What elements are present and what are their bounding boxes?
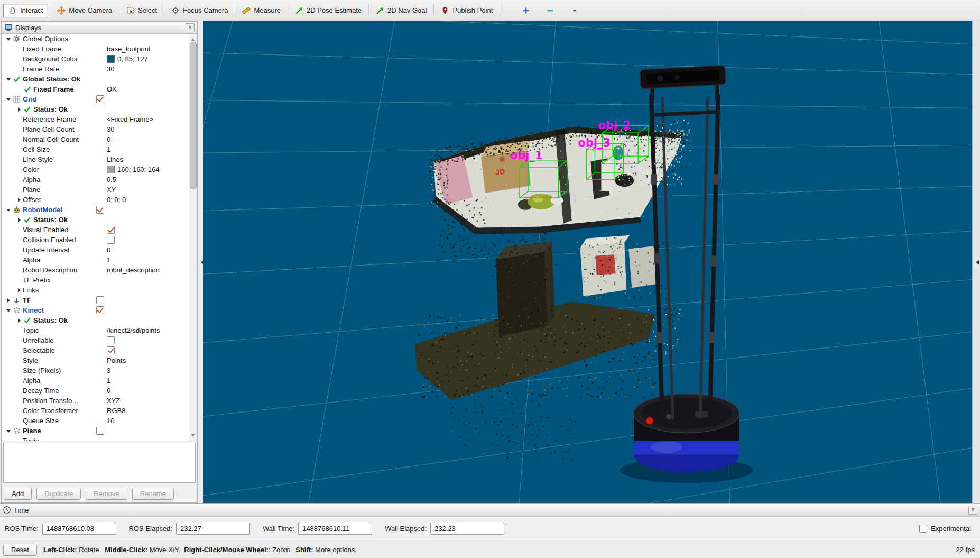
- tree-row-plane[interactable]: PlaneXY: [2, 185, 189, 195]
- tree-row-line-style[interactable]: Line StyleLines: [2, 154, 189, 164]
- tree-value[interactable]: 10: [107, 417, 189, 425]
- enable-checkbox[interactable]: [107, 226, 115, 234]
- tree-value[interactable]: RGB8: [107, 407, 189, 415]
- tree-row-decay-time[interactable]: Decay Time0: [2, 386, 189, 396]
- enable-checkbox[interactable]: [96, 427, 104, 435]
- expander-open-icon[interactable]: [5, 74, 12, 84]
- tree-row-style[interactable]: StylePoints: [2, 355, 189, 365]
- expander-open-icon[interactable]: [5, 426, 12, 436]
- expander-closed-icon[interactable]: [15, 215, 23, 225]
- time-field-input-wall-elapsed[interactable]: [430, 523, 504, 535]
- tree-row-plane-cell-count[interactable]: Plane Cell Count30: [2, 124, 189, 134]
- displays-close-icon[interactable]: ×: [186, 23, 195, 32]
- tree-row-alpha[interactable]: Alpha1: [2, 376, 189, 386]
- tool-interact[interactable]: Interact: [3, 4, 48, 17]
- tree-row-alpha[interactable]: Alpha0.5: [2, 175, 189, 185]
- tree-value[interactable]: OK: [107, 85, 189, 93]
- tree-value[interactable]: 1: [107, 256, 189, 264]
- tree-value[interactable]: 30: [107, 65, 189, 73]
- tool-measure[interactable]: Measure: [237, 4, 286, 17]
- scrollbar-down-icon[interactable]: [191, 434, 195, 439]
- time-close-icon[interactable]: ×: [968, 506, 977, 515]
- tool-2d-pose-estimate[interactable]: 2D Pose Estimate: [290, 4, 367, 17]
- add-tool-button[interactable]: [516, 4, 535, 17]
- tree-row-global-status-ok[interactable]: Global Status: Ok: [2, 74, 189, 84]
- tool-2d-nav-goal[interactable]: 2D Nav Goal: [371, 4, 432, 17]
- 3d-viewport[interactable]: JDobj_1obj_2obj_3: [203, 21, 972, 503]
- time-field-input-ros-elapsed[interactable]: [176, 523, 250, 535]
- tree-value[interactable]: XYZ: [107, 397, 189, 405]
- expander-open-icon[interactable]: [5, 94, 12, 104]
- tool-focus-camera[interactable]: Focus Camera: [166, 4, 233, 17]
- time-field-input-wall-time[interactable]: [298, 523, 372, 535]
- tree-value[interactable]: 0: [107, 246, 189, 254]
- color-value-text[interactable]: 0; 85; 127: [117, 55, 148, 63]
- rename-button[interactable]: Rename: [132, 488, 174, 500]
- enable-checkbox[interactable]: [107, 236, 115, 244]
- tree-row-status-ok[interactable]: Status: Ok: [2, 215, 189, 225]
- tree-row-topic[interactable]: Topic: [2, 436, 189, 441]
- tree-scrollbar[interactable]: [189, 34, 197, 441]
- expander-open-icon[interactable]: [5, 205, 12, 215]
- tree-value[interactable]: robot_description: [107, 266, 189, 274]
- tree-row-normal-cell-count[interactable]: Normal Cell Count0: [2, 134, 189, 144]
- expander-closed-icon[interactable]: [5, 295, 12, 305]
- tree-value[interactable]: 0: [107, 387, 189, 395]
- displays-panel-titlebar[interactable]: Displays ×: [2, 22, 197, 34]
- color-value-text[interactable]: 160; 160; 164: [117, 166, 160, 173]
- tree-value[interactable]: 30: [107, 125, 189, 133]
- expand-panel-icon[interactable]: [973, 260, 979, 265]
- reset-button[interactable]: Reset: [3, 544, 37, 556]
- tree-row-tf-prefix[interactable]: TF Prefix: [2, 275, 189, 285]
- enable-checkbox[interactable]: [96, 206, 104, 214]
- tree-row-links[interactable]: Links: [2, 285, 189, 295]
- tree-row-update-interval[interactable]: Update Interval0: [2, 245, 189, 255]
- add-button[interactable]: Add: [4, 488, 32, 500]
- tree-row-plane[interactable]: Plane: [2, 426, 189, 436]
- tree-row-reference-frame[interactable]: Reference Frame<Fixed Frame>: [2, 114, 189, 124]
- tree-row-topic[interactable]: Topic/kinect2/sd/points: [2, 325, 189, 335]
- tree-value[interactable]: XY: [107, 186, 189, 194]
- tree-row-status-ok[interactable]: Status: Ok: [2, 315, 189, 325]
- views-panel-collapsed-strip[interactable]: [972, 21, 980, 503]
- enable-checkbox[interactable]: [96, 95, 104, 103]
- tree-row-status-ok[interactable]: Status: Ok: [2, 104, 189, 114]
- tree-row-frame-rate[interactable]: Frame Rate30: [2, 64, 189, 74]
- scrollbar-up-icon[interactable]: [191, 36, 195, 41]
- remove-button[interactable]: Remove: [86, 488, 127, 500]
- remove-tool-button[interactable]: [541, 4, 560, 17]
- tree-value[interactable]: 3: [107, 367, 189, 374]
- tree-row-background-color[interactable]: Background Color0; 85; 127: [2, 54, 189, 64]
- tree-row-unreliable[interactable]: Unreliable: [2, 335, 189, 345]
- panel-splitter[interactable]: [198, 21, 203, 503]
- tree-row-tf[interactable]: TF: [2, 295, 189, 305]
- tree-row-color-transformer[interactable]: Color TransformerRGB8: [2, 406, 189, 416]
- enable-checkbox[interactable]: [107, 336, 115, 344]
- scrollbar-thumb[interactable]: [190, 42, 197, 189]
- enable-checkbox[interactable]: [96, 296, 104, 304]
- tree-row-queue-size[interactable]: Queue Size10: [2, 416, 189, 426]
- tree-row-collision-enabled[interactable]: Collision Enabled: [2, 235, 189, 245]
- time-field-input-ros-time[interactable]: [42, 523, 116, 535]
- expander-closed-icon[interactable]: [15, 195, 23, 205]
- tool-move-camera[interactable]: Move Camera: [52, 4, 117, 17]
- tree-row-cell-size[interactable]: Cell Size1: [2, 144, 189, 154]
- tree-row-grid[interactable]: Grid: [2, 94, 189, 104]
- tree-row-visual-enabled[interactable]: Visual Enabled: [2, 225, 189, 235]
- experimental-checkbox[interactable]: [919, 525, 927, 533]
- tree-value[interactable]: 1: [107, 377, 189, 385]
- tree-row-size-pixels[interactable]: Size (Pixels)3: [2, 365, 189, 376]
- enable-checkbox[interactable]: [96, 306, 104, 314]
- tree-row-robotmodel[interactable]: RobotModel: [2, 205, 189, 215]
- tree-row-alpha[interactable]: Alpha1: [2, 255, 189, 265]
- tree-row-fixed-frame[interactable]: Fixed Framebase_footprint: [2, 44, 189, 54]
- duplicate-button[interactable]: Duplicate: [36, 488, 81, 500]
- tool-options-button[interactable]: [565, 4, 584, 17]
- expander-open-icon[interactable]: [5, 34, 12, 44]
- expander-closed-icon[interactable]: [15, 315, 23, 325]
- tree-value[interactable]: Points: [107, 356, 189, 364]
- enable-checkbox[interactable]: [107, 346, 115, 354]
- tree-value[interactable]: <Fixed Frame>: [107, 115, 189, 123]
- tree-row-kinect[interactable]: Kinect: [2, 305, 189, 315]
- tree-row-selectable[interactable]: Selectable: [2, 345, 189, 355]
